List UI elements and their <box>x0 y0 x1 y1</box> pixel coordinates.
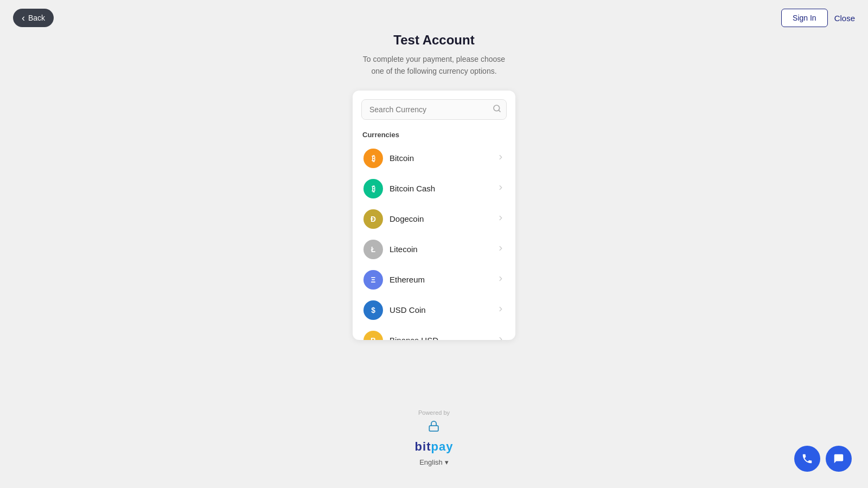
currency-name: Bitcoin <box>390 153 497 163</box>
svg-rect-10 <box>430 426 439 431</box>
svg-line-1 <box>499 110 500 112</box>
currency-icon: Ξ <box>363 270 383 290</box>
chat-button[interactable] <box>826 446 852 472</box>
svg-text:₿: ₿ <box>372 155 375 163</box>
search-container <box>361 99 507 120</box>
chevron-right-icon <box>497 274 505 285</box>
bottom-right-buttons <box>794 446 852 472</box>
svg-text:₿: ₿ <box>372 185 375 193</box>
currency-icon: B <box>363 331 383 340</box>
language-selector[interactable]: English ▾ <box>419 458 449 466</box>
currency-name: Bitcoin Cash <box>390 184 497 193</box>
currency-item-ethereum[interactable]: Ξ Ethereum <box>361 265 507 295</box>
phone-button[interactable] <box>794 446 820 472</box>
currency-item-bitcoin-cash[interactable]: ₿ Bitcoin Cash <box>361 174 507 204</box>
close-button[interactable]: Close <box>834 14 855 23</box>
sign-in-button[interactable]: Sign In <box>781 9 828 27</box>
chevron-right-icon <box>497 213 505 224</box>
currency-name: Litecoin <box>390 245 497 254</box>
search-input[interactable] <box>361 99 507 120</box>
currency-list: ₿ Bitcoin ₿ Bitcoin Cash Ð Dogecoin <box>361 143 507 340</box>
svg-text:$: $ <box>371 306 375 314</box>
currency-item-litecoin[interactable]: Ł Litecoin <box>361 234 507 265</box>
main-content: Test Account To complete your payment, p… <box>0 0 868 340</box>
chevron-down-icon: ▾ <box>445 458 449 466</box>
svg-text:B: B <box>371 337 376 340</box>
chevron-right-icon <box>497 335 505 340</box>
chevron-right-icon <box>497 304 505 316</box>
footer: Powered by bitpay English ▾ <box>415 409 454 466</box>
currency-name: Binance USD <box>390 336 497 340</box>
back-button[interactable]: Back <box>13 9 54 27</box>
currency-icon: ₿ <box>363 179 383 198</box>
svg-text:Ð: Ð <box>371 215 376 223</box>
back-label: Back <box>28 14 45 22</box>
svg-text:Ł: Ł <box>371 246 375 254</box>
powered-by-text: Powered by <box>418 409 450 416</box>
currency-icon: ₿ <box>363 149 383 168</box>
currency-item-usd-coin[interactable]: $ USD Coin <box>361 295 507 325</box>
language-label: English <box>419 458 443 466</box>
currency-panel: Currencies ₿ Bitcoin ₿ Bitcoin Cash <box>353 91 515 340</box>
currency-item-bitcoin[interactable]: ₿ Bitcoin <box>361 143 507 174</box>
currency-name: Dogecoin <box>390 214 497 223</box>
header-right: Sign In Close <box>781 9 855 27</box>
currency-icon: Ð <box>363 209 383 229</box>
currencies-label: Currencies <box>361 131 507 139</box>
search-icon <box>493 104 501 115</box>
chevron-right-icon <box>497 152 505 164</box>
bitpay-logo: bitpay <box>415 440 454 454</box>
currency-name: Ethereum <box>390 275 497 284</box>
currency-item-dogecoin[interactable]: Ð Dogecoin <box>361 204 507 234</box>
currency-item-binance-usd[interactable]: B Binance USD <box>361 325 507 340</box>
svg-text:Ξ: Ξ <box>371 276 376 284</box>
currency-icon: Ł <box>363 240 383 259</box>
currency-icon: $ <box>363 300 383 320</box>
chevron-right-icon <box>497 183 505 194</box>
page-subtitle: To complete your payment, please choose … <box>363 53 505 78</box>
chevron-right-icon <box>497 243 505 255</box>
currency-name: USD Coin <box>390 305 497 314</box>
bitpay-lock-icon <box>428 420 440 435</box>
header: Back Sign In Close <box>0 0 868 36</box>
